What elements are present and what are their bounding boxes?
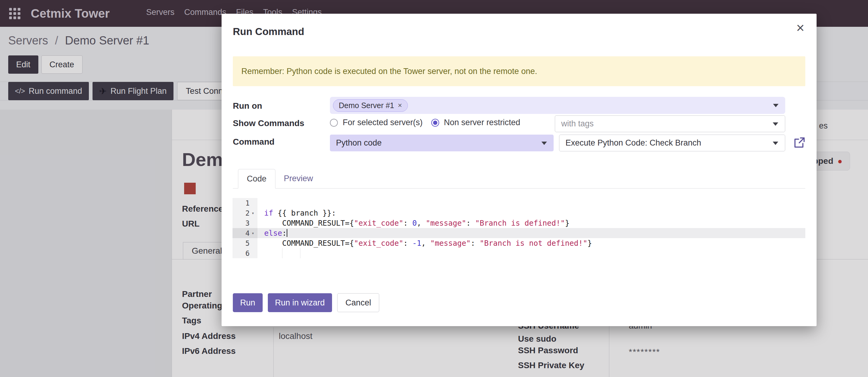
code-token: : <box>282 229 287 237</box>
code-line-5[interactable]: COMMAND_RESULT={"exit_code": -1, "messag… <box>257 238 805 248</box>
code-token: : <box>471 239 480 248</box>
fold-arrow-icon[interactable]: ▾ <box>250 231 256 236</box>
modal-footer: Run Run in wizard Cancel <box>233 293 379 312</box>
modal-title: Run Command <box>233 26 304 37</box>
code-line-4[interactable]: else: <box>257 228 805 238</box>
fold-arrow-icon[interactable]: ▾ <box>250 210 256 216</box>
external-link-icon[interactable] <box>793 136 806 149</box>
code-line-1[interactable] <box>257 198 805 208</box>
run-button[interactable]: Run <box>233 293 262 312</box>
code-token: 0 <box>412 219 417 228</box>
run-on-field[interactable]: Demo Server #1 × <box>330 97 785 114</box>
caret-down-icon <box>773 142 778 145</box>
code-token: "message" <box>426 219 466 228</box>
close-icon[interactable]: × <box>794 21 806 35</box>
run-command-modal: Run Command × Remember: Python code is e… <box>222 14 816 326</box>
code-token: "exit_code" <box>354 239 403 248</box>
editor-code[interactable]: if {{ branch }}: COMMAND_RESULT={"exit_c… <box>257 198 805 258</box>
command-select[interactable]: Execute Python Code: Check Branch <box>559 135 785 151</box>
modal-tabs: Code Preview <box>233 169 805 188</box>
code-line-6[interactable] <box>257 248 805 258</box>
tab-code[interactable]: Code <box>238 169 275 188</box>
editor-gutter: 12▾34▾56 <box>232 198 257 258</box>
tab-preview[interactable]: Preview <box>275 169 322 188</box>
gutter-line-3[interactable]: 3 <box>232 218 257 228</box>
server-tag[interactable]: Demo Server #1 × <box>333 99 408 112</box>
code-token: {{ branch }}: <box>273 209 336 218</box>
tag-remove-icon[interactable]: × <box>398 102 402 109</box>
radio-for-selected-servers-label[interactable]: For selected server(s) <box>343 118 423 127</box>
code-token: "Branch is not defined!" <box>479 239 587 248</box>
code-token: : <box>403 219 412 228</box>
caret-down-icon <box>773 122 778 126</box>
command-label: Command <box>233 137 275 147</box>
screen: Cetmix Tower Servers Commands Files Tool… <box>0 0 868 377</box>
command-value: Execute Python Code: Check Branch <box>565 138 701 148</box>
code-token: COMMAND_RESULT={ <box>264 219 354 228</box>
code-token: "Branch is defined!" <box>475 219 565 228</box>
radio-for-selected-servers[interactable] <box>330 119 338 127</box>
radio-non-server-restricted[interactable] <box>431 119 439 127</box>
code-token: COMMAND_RESULT={ <box>264 239 354 248</box>
command-type-select[interactable]: Python code <box>330 135 554 151</box>
command-type-value: Python code <box>336 138 382 148</box>
cancel-button[interactable]: Cancel <box>337 293 379 312</box>
show-commands-label: Show Commands <box>233 118 304 128</box>
warning-text: Remember: Python code is executed on the… <box>241 67 537 76</box>
code-token: -1 <box>412 239 422 248</box>
with-tags-select[interactable]: with tags <box>555 115 785 132</box>
code-token: : <box>403 239 412 248</box>
code-token: } <box>565 219 569 228</box>
code-line-3[interactable]: COMMAND_RESULT={"exit_code": 0, "message… <box>257 218 805 228</box>
gutter-line-6[interactable]: 6 <box>232 248 257 258</box>
code-token: , <box>421 239 430 248</box>
caret-down-icon <box>773 104 778 107</box>
gutter-line-1[interactable]: 1 <box>232 198 257 208</box>
gutter-line-2[interactable]: 2▾ <box>232 208 257 218</box>
code-token: , <box>417 219 426 228</box>
text-cursor <box>287 229 287 237</box>
warning-banner: Remember: Python code is executed on the… <box>233 56 805 86</box>
code-token: "exit_code" <box>354 219 403 228</box>
code-token: else <box>264 229 282 237</box>
run-in-wizard-button[interactable]: Run in wizard <box>268 293 332 312</box>
run-on-label: Run on <box>233 101 262 111</box>
gutter-line-4[interactable]: 4▾ <box>232 228 257 238</box>
code-token: if <box>264 209 273 218</box>
gutter-line-5[interactable]: 5 <box>232 238 257 248</box>
show-commands-radios: For selected server(s) Non server restri… <box>330 114 520 131</box>
code-token: } <box>587 239 592 248</box>
code-token: : <box>466 219 475 228</box>
code-token: "message" <box>430 239 471 248</box>
code-editor[interactable]: 12▾34▾56 if {{ branch }}: COMMAND_RESULT… <box>232 198 805 259</box>
caret-down-icon <box>541 142 547 145</box>
with-tags-placeholder: with tags <box>561 119 594 128</box>
server-tag-label: Demo Server #1 <box>339 101 394 110</box>
code-line-2[interactable]: if {{ branch }}: <box>257 208 805 218</box>
radio-non-server-restricted-label[interactable]: Non server restricted <box>444 118 521 127</box>
